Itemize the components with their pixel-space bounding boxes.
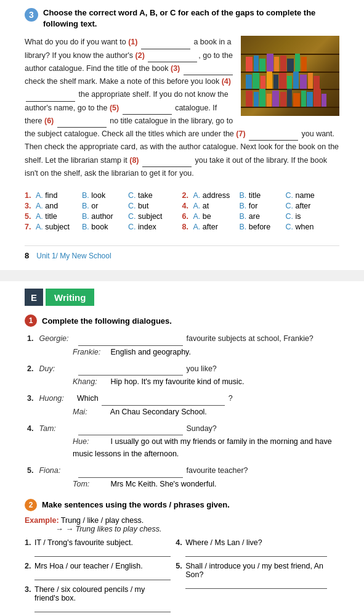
sentence-2: 2. Mrs Hoa / our teacher / English. [25, 562, 171, 580]
answer-8-num: 8. [182, 223, 193, 231]
dialogue-1-num: 1. [27, 332, 37, 346]
blank-6-num: (6) [44, 117, 54, 125]
example-arrow-text: → Trung likes to play chess. [65, 525, 161, 533]
dialogue-4-post: Sunday? [186, 424, 216, 433]
exercise-e1-header: 1 Complete the following dialogues. [25, 314, 339, 327]
sentence-1-blank [34, 548, 171, 557]
answer-1-num: 1. [25, 191, 36, 200]
blank-3-num: (3) [171, 64, 180, 73]
answer-row-6: 6. A. be B. are C. is [182, 212, 340, 221]
blank-4-num: (4) [222, 77, 231, 86]
answer-7a: A. subject [36, 223, 76, 231]
example-arrow: →→ Trung likes to play chess. [25, 525, 339, 533]
sentence-3-num: 3. [25, 585, 34, 594]
sentence-4-content: Where / Ms Lan / live? [185, 538, 326, 557]
blank-5-line [123, 114, 172, 115]
answer-6-num: 6. [182, 212, 193, 221]
dialogue-4-num: 4. [27, 422, 37, 436]
answer-5c: C. subject [128, 212, 168, 221]
dialogue-1: 1. Georgie: favourite subjects at school… [27, 332, 339, 358]
answer-7c: C. index [128, 223, 168, 231]
sentence-5-content: Shall / introduce you / my best friend, … [185, 562, 326, 589]
library-image [241, 36, 339, 116]
sentence-3-content: There / six coloured pencils / my friend… [34, 585, 171, 612]
dialogue-5: 5. Fiona: favourite teacher? Tom: Mrs Mc… [27, 464, 339, 490]
dialogue-3-num: 3. [27, 392, 37, 406]
section-letter: E [25, 289, 43, 306]
exercise-e2-number: 2 [25, 499, 37, 511]
blank-6-line [57, 127, 107, 128]
section-e-bar: E Writing [25, 289, 339, 306]
page-number-row: 8 Unit 1/ My New School [25, 245, 339, 263]
dialogue-3-reply: Mai: An Chau Secondary School. [27, 406, 339, 418]
blank-5-num: (5) [110, 104, 119, 112]
blank-1-num: (1) [128, 38, 137, 46]
exercise-e1-title: Complete the following dialogues. [42, 316, 172, 326]
blank-1-line [141, 49, 190, 49]
sentence-5: 5. Shall / introduce you / my best frien… [176, 562, 326, 589]
dialogue-3: 3. Huong: Which ? Mai: An Chau Secondary… [27, 392, 339, 418]
sentence-4-num: 4. [176, 538, 185, 547]
answer-7-num: 7. [25, 223, 36, 231]
sentence-4-text: Where / Ms Lan / live? [185, 538, 262, 547]
answers-grid: 1. A. find B. look C. take 2. A. address… [25, 191, 339, 233]
dialogue-1-speaker1: Georgie: [39, 332, 75, 346]
sentences-col-left: 1. IT / Trong's favourite subject. 2. Mr… [25, 538, 176, 616]
sentence-2-num: 2. [25, 562, 34, 570]
dialogue-3-line1: 3. Huong: Which ? [27, 392, 339, 406]
dialogue-1-reply: Frankie: English and geography. [27, 346, 339, 358]
dialogue-1-line1: 1. Georgie: favourite subjects at school… [27, 332, 339, 346]
exercise-e2-header: 2 Make sentences using the words / phras… [25, 499, 339, 511]
dialogue-5-num: 5. [27, 464, 37, 478]
sentence-5-blank [185, 580, 326, 589]
dialogue-5-reply-text: Mrs Mc Keith. She's wonderful. [110, 480, 216, 488]
section-divider [0, 270, 364, 281]
answer-row-2: 2. A. address B. title C. name [182, 191, 340, 200]
answer-8b: B. before [240, 223, 280, 231]
answer-5a: A. title [36, 212, 76, 221]
sentence-4-blank [185, 548, 326, 557]
dialogue-1-reply-text: English and geography. [110, 348, 190, 356]
example-text: Trung / like / play chess. [61, 516, 144, 525]
dialogue-4-reply-text: I usually go out with my friends or fami… [73, 437, 332, 458]
sentence-2-blank [34, 572, 171, 580]
section-name: Writing [46, 289, 94, 306]
sentence-1-content: IT / Trong's favourite subject. [34, 538, 171, 557]
dialogue-2-post: you like? [186, 364, 216, 373]
answer-1b: B. look [82, 191, 122, 200]
bottom-section: E Writing 1 Complete the following dialo… [0, 281, 364, 616]
exercise-e2-title: Make sentences using the words / phrases… [42, 500, 230, 509]
answer-row-8: 8. A. after B. before C. when [182, 223, 340, 231]
dialogue-1-speaker2: Frankie: [73, 346, 108, 358]
answer-6c: C. is [286, 212, 326, 221]
sentence-3: 3. There / six coloured pencils / my fri… [25, 585, 171, 612]
dialogue-3-reply-text: An Chau Secondary School. [110, 408, 207, 416]
answer-2-num: 2. [182, 191, 193, 200]
dialogue-3-speaker2: Mai: [73, 406, 108, 418]
dialogue-5-reply: Tom: Mrs Mc Keith. She's wonderful. [27, 478, 339, 490]
dialogue-list: 1. Georgie: favourite subjects at school… [25, 332, 339, 490]
dialogue-5-speaker1: Fiona: [39, 464, 75, 478]
dialogue-4-speaker1: Tam: [39, 422, 75, 436]
blank-8-num: (8) [129, 156, 139, 165]
dialogue-4-speaker2: Hue: [73, 435, 108, 448]
example-block: Example: Trung / like / play chess. →→ T… [25, 516, 339, 533]
exercise-e1-number: 1 [25, 314, 37, 327]
blank-2-line [148, 62, 197, 62]
exercise3-header: 3 Choose the correct word A, B, or C for… [25, 7, 339, 30]
sentence-4: 4. Where / Ms Lan / live? [176, 538, 326, 557]
answer-3-num: 3. [25, 202, 36, 210]
sentence-3-text: There / six coloured pencils / my friend… [34, 585, 145, 602]
blank-7-num: (7) [236, 129, 245, 138]
dialogue-5-speaker2: Tom: [73, 478, 108, 490]
dialogue-3-speaker1: Huong: [39, 392, 75, 406]
blank-3-line [184, 75, 233, 75]
exercise3-number: 3 [25, 8, 38, 22]
blank-7-line [249, 140, 298, 141]
answer-4b: B. for [240, 202, 280, 210]
dialogue-5-post: favourite teacher? [186, 466, 248, 475]
dialogue-5-line1: 5. Fiona: favourite teacher? [27, 464, 339, 478]
sentence-1-num: 1. [25, 538, 34, 547]
answer-2c: C. name [286, 191, 326, 200]
arrow-symbol: → [55, 525, 63, 533]
